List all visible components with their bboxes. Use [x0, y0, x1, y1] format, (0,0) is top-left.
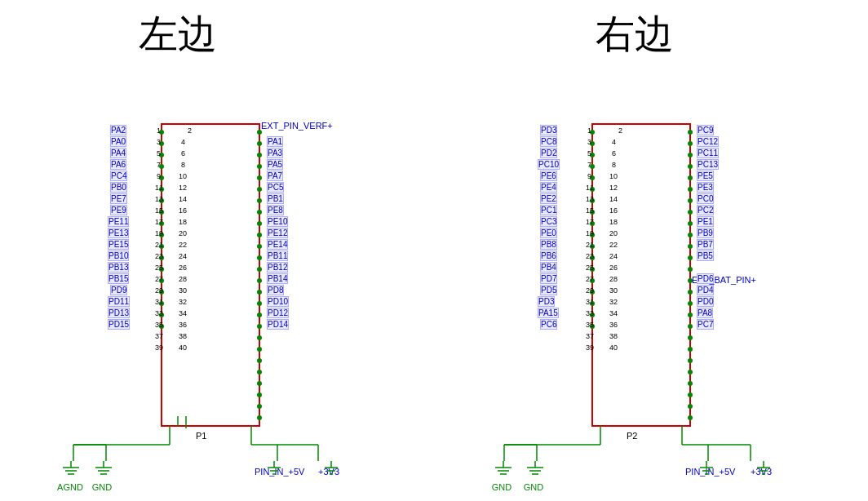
left-connector-label: P1 — [196, 431, 206, 441]
svg-point-101 — [688, 415, 693, 420]
rcp-pb6: PB6 — [540, 250, 557, 261]
svg-point-96 — [688, 358, 693, 363]
right-gnd2-label: GND — [519, 482, 548, 492]
rcp-pc1: PC1 — [540, 205, 557, 215]
svg-point-79 — [688, 164, 693, 169]
left-net-top: EXT_PIN_VERF+ — [261, 121, 333, 131]
left-agnd-symbol — [59, 461, 83, 485]
svg-point-30 — [257, 244, 262, 249]
svg-point-23 — [257, 164, 262, 169]
lnum-12: 12 — [179, 184, 187, 192]
rcnum-7: 7 — [587, 161, 591, 169]
rcp-pd2: PD2 — [540, 148, 557, 158]
rcp-pd3: PD3 — [540, 125, 557, 135]
rp-pb1: PB1 — [267, 193, 284, 204]
rcnum-13: 13 — [586, 195, 594, 203]
rcnum-19: 19 — [586, 229, 594, 237]
svg-point-84 — [688, 221, 693, 226]
svg-point-36 — [257, 313, 262, 317]
lnum-17: 17 — [155, 218, 163, 226]
lnum-10: 10 — [179, 172, 187, 180]
lnum-28: 28 — [179, 275, 187, 283]
rcnum-1: 1 — [587, 126, 591, 135]
lnum-14: 14 — [179, 195, 187, 203]
rcp-pd4: PD4 — [697, 285, 714, 295]
rcp-pb9: PB9 — [697, 228, 714, 238]
lnum-36: 36 — [179, 321, 187, 329]
rcnum-34: 34 — [609, 309, 618, 317]
lp-pa6: PA6 — [110, 159, 126, 170]
rp-pe10: PE10 — [267, 216, 288, 227]
svg-point-24 — [257, 175, 262, 180]
left-agnd-label: AGND — [52, 482, 88, 492]
lp-pd11: PD11 — [108, 296, 130, 307]
rcp-pc0: PC0 — [697, 193, 714, 204]
rcnum-8: 8 — [612, 161, 616, 169]
svg-point-100 — [688, 404, 693, 409]
lnum-15: 15 — [155, 206, 163, 215]
svg-point-98 — [688, 381, 693, 386]
rcnum-32: 32 — [609, 298, 618, 306]
lp-pe9: PE9 — [110, 205, 127, 215]
lp-pa0: PA0 — [110, 136, 126, 147]
lnum-13: 13 — [155, 195, 163, 203]
rcp-pb4: PB4 — [540, 262, 557, 273]
right-gnd1-symbol — [491, 461, 516, 485]
rcnum-2: 2 — [618, 126, 622, 135]
lp-pb10: PB10 — [108, 250, 129, 261]
lp-pa2: PA2 — [110, 125, 126, 135]
lnum-19: 19 — [155, 229, 163, 237]
svg-point-80 — [688, 175, 693, 180]
svg-point-95 — [688, 347, 693, 352]
svg-point-90 — [688, 290, 693, 295]
svg-point-29 — [257, 233, 262, 237]
lnum-2: 2 — [188, 126, 192, 135]
svg-point-38 — [257, 335, 262, 340]
svg-point-43 — [257, 392, 262, 397]
rcp-pe5: PE5 — [697, 171, 714, 181]
rcp-pb7: PB7 — [697, 239, 714, 250]
lnum-39: 39 — [155, 344, 163, 352]
rcp-pc8: PC8 — [540, 136, 557, 147]
lnum-22: 22 — [179, 241, 187, 249]
svg-point-87 — [688, 255, 693, 260]
rcp-pc13: PC13 — [697, 159, 719, 170]
svg-point-97 — [688, 370, 693, 375]
rcnum-22: 22 — [609, 241, 618, 249]
right-gnd2-symbol — [523, 461, 547, 485]
lp-pe13: PE13 — [108, 228, 129, 238]
svg-point-94 — [688, 335, 693, 340]
lnum-6: 6 — [181, 149, 185, 157]
rcnum-20: 20 — [609, 229, 618, 237]
lnum-27: 27 — [155, 275, 163, 283]
rcnum-31: 31 — [586, 298, 594, 306]
svg-point-31 — [257, 255, 262, 260]
lnum-8: 8 — [181, 161, 185, 169]
lnum-1: 1 — [157, 126, 161, 135]
left-gnd-label: GND — [87, 482, 117, 492]
rcnum-36: 36 — [609, 321, 618, 329]
lp-pd9: PD9 — [110, 285, 127, 295]
lnum-24: 24 — [179, 252, 187, 260]
rcnum-16: 16 — [609, 206, 618, 215]
svg-point-27 — [257, 210, 262, 215]
lp-pe15: PE15 — [108, 239, 129, 250]
rp-pa1: PA1 — [267, 136, 283, 147]
svg-point-78 — [688, 153, 693, 157]
lnum-37: 37 — [155, 332, 163, 340]
left-3v3-symbol — [323, 461, 339, 485]
lnum-21: 21 — [155, 241, 163, 249]
lnum-30: 30 — [179, 286, 187, 295]
svg-point-42 — [257, 381, 262, 386]
rcnum-14: 14 — [609, 195, 618, 203]
lnum-29: 29 — [155, 286, 163, 295]
left-5v-symbol — [266, 461, 282, 485]
svg-point-33 — [257, 278, 262, 283]
svg-point-88 — [688, 267, 693, 272]
svg-point-35 — [257, 301, 262, 306]
rcp-pe4: PE4 — [540, 182, 557, 193]
rcp-pe3: PE3 — [697, 182, 714, 193]
rcnum-17: 17 — [586, 218, 594, 226]
lnum-11: 11 — [155, 184, 163, 192]
svg-point-93 — [688, 324, 693, 329]
